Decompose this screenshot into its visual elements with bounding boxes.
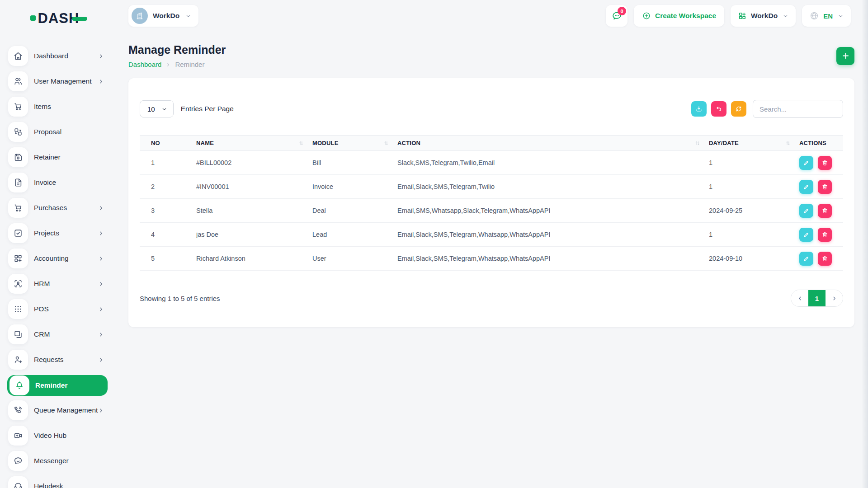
create-workspace-label: Create Workspace xyxy=(655,12,716,20)
edit-button[interactable] xyxy=(799,252,813,266)
chevron-down-icon xyxy=(161,106,167,112)
edit-button[interactable] xyxy=(799,204,813,218)
sidebar-item-label: Dashboard xyxy=(34,52,68,60)
cell-day-date: 1 xyxy=(709,223,799,247)
chevron-right-icon xyxy=(98,357,104,363)
workspace-selector[interactable]: WorkDo xyxy=(128,5,198,27)
sidebar-item-projects[interactable]: Projects xyxy=(8,223,108,243)
breadcrumb-dashboard-link[interactable]: Dashboard xyxy=(128,61,161,68)
edit-button[interactable] xyxy=(799,180,813,194)
edit-button[interactable] xyxy=(799,228,813,242)
sidebar-item-label: Proposal xyxy=(34,128,61,136)
chevron-right-icon xyxy=(98,53,104,59)
floppy-icon xyxy=(8,147,28,167)
sidebar-item-messenger[interactable]: Messenger xyxy=(8,451,108,471)
cell-no: 5 xyxy=(140,247,196,271)
cell-module: Bill xyxy=(312,151,397,175)
reminder-table: NONAMEMODULEACTIONDAY/DATEACTIONS 1#BILL… xyxy=(140,135,843,271)
pencil-icon xyxy=(803,183,810,190)
delete-button[interactable] xyxy=(818,156,832,170)
chevron-right-icon xyxy=(98,281,104,287)
search-input[interactable] xyxy=(753,100,843,118)
cell-no: 2 xyxy=(140,175,196,199)
cell-action: Email,SMS,Whatsapp,Slack,Telegram,WhatsA… xyxy=(397,199,709,223)
sidebar-item-crm[interactable]: CRM xyxy=(8,324,108,344)
page-header: Manage Reminder Dashboard Reminder xyxy=(128,43,854,68)
scrollbar-track[interactable] xyxy=(862,0,868,488)
table-row: 1#BILL00002BillSlack,SMS,Telegram,Twilio… xyxy=(140,151,843,175)
delete-button[interactable] xyxy=(818,180,832,194)
user-plus-icon xyxy=(8,350,28,370)
sidebar-item-video-hub[interactable]: Video Hub xyxy=(8,426,108,446)
breadcrumb-current: Reminder xyxy=(175,61,204,68)
chevron-right-icon xyxy=(98,205,104,211)
pagination-page-1[interactable]: 1 xyxy=(808,290,826,306)
sidebar-menu: DashboardUser ManagementItemsProposalRet… xyxy=(0,28,118,488)
edit-button[interactable] xyxy=(799,156,813,170)
column-header-actions: ACTIONS xyxy=(799,136,843,151)
sidebar-item-purchases[interactable]: Purchases xyxy=(8,198,108,218)
cell-module: Invoice xyxy=(312,175,397,199)
trash-icon xyxy=(821,160,828,166)
sidebar-item-label: Projects xyxy=(34,229,59,237)
topbar-right: 0 Create Workspace WorkDo EN xyxy=(606,5,851,27)
column-header-module[interactable]: MODULE xyxy=(312,136,397,151)
workspace-name: WorkDo xyxy=(153,12,179,20)
refresh-button[interactable] xyxy=(731,101,746,117)
headset-icon xyxy=(8,476,28,488)
workspace-avatar xyxy=(132,8,148,24)
delete-button[interactable] xyxy=(818,204,832,218)
column-header-name[interactable]: NAME xyxy=(196,136,312,151)
sort-icon xyxy=(694,140,701,146)
column-header-action[interactable]: ACTION xyxy=(397,136,709,151)
app-root: DASH DashboardUser ManagementItemsPropos… xyxy=(0,0,868,488)
sidebar-item-accounting[interactable]: Accounting xyxy=(8,249,108,268)
delete-button[interactable] xyxy=(818,228,832,242)
sort-icon xyxy=(785,140,791,146)
sidebar-item-label: Items xyxy=(34,103,51,111)
cart-icon xyxy=(8,97,28,117)
sidebar-item-label: Purchases xyxy=(34,204,67,212)
entries-summary: Showing 1 to 5 of 5 entries xyxy=(140,295,220,302)
add-reminder-button[interactable] xyxy=(836,47,854,65)
sidebar-item-reminder[interactable]: Reminder xyxy=(7,375,108,396)
swap-boxes-icon xyxy=(8,122,28,142)
sidebar-item-hrm[interactable]: HRM xyxy=(8,274,108,294)
export-button[interactable] xyxy=(691,101,707,117)
sidebar-item-proposal[interactable]: Proposal xyxy=(8,122,108,142)
cell-module: Lead xyxy=(312,223,397,247)
entries-per-page-label: Entries Per Page xyxy=(181,105,234,113)
workdo-menu-label: WorkDo xyxy=(751,12,778,20)
pagination-next-button[interactable] xyxy=(826,290,843,306)
sidebar-item-user-management[interactable]: User Management xyxy=(8,71,108,91)
sidebar-item-dashboard[interactable]: Dashboard xyxy=(8,46,108,66)
sidebar-item-label: Video Hub xyxy=(34,432,66,440)
entries-per-page-select[interactable]: 10 xyxy=(140,100,174,117)
sidebar-item-label: CRM xyxy=(34,330,50,338)
messages-button[interactable]: 0 xyxy=(606,5,627,27)
pagination-prev-button[interactable] xyxy=(791,290,808,306)
sidebar-item-retainer[interactable]: Retainer xyxy=(8,147,108,167)
table-row: 5Richard AtkinsonUserEmail,Slack,SMS,Tel… xyxy=(140,247,843,271)
sidebar-item-items[interactable]: Items xyxy=(8,97,108,117)
cell-no: 4 xyxy=(140,223,196,247)
create-workspace-button[interactable]: Create Workspace xyxy=(634,5,724,27)
trash-icon xyxy=(821,231,828,238)
table-row: 2#INV00001InvoiceEmail,Slack,SMS,Telegra… xyxy=(140,175,843,199)
chevron-right-icon xyxy=(98,79,104,84)
app-logo[interactable]: DASH xyxy=(0,8,118,28)
sidebar-item-queue-management[interactable]: Queue Management xyxy=(8,400,108,420)
sidebar-item-helpdesk[interactable]: Helpdesk xyxy=(8,476,108,488)
sidebar-item-invoice[interactable]: Invoice xyxy=(8,173,108,192)
sidebar-item-label: Helpdesk xyxy=(34,482,63,488)
chevron-right-icon xyxy=(98,256,104,262)
undo-button[interactable] xyxy=(711,101,726,117)
delete-button[interactable] xyxy=(818,252,832,266)
sidebar-item-pos[interactable]: POS xyxy=(8,299,108,319)
logo-accent-dot xyxy=(30,15,36,21)
sidebar-item-requests[interactable]: Requests xyxy=(8,350,108,370)
workdo-menu-button[interactable]: WorkDo xyxy=(731,5,796,27)
language-selector[interactable]: EN xyxy=(802,5,851,27)
cell-day-date: 1 xyxy=(709,175,799,199)
column-header-day-date[interactable]: DAY/DATE xyxy=(709,136,799,151)
